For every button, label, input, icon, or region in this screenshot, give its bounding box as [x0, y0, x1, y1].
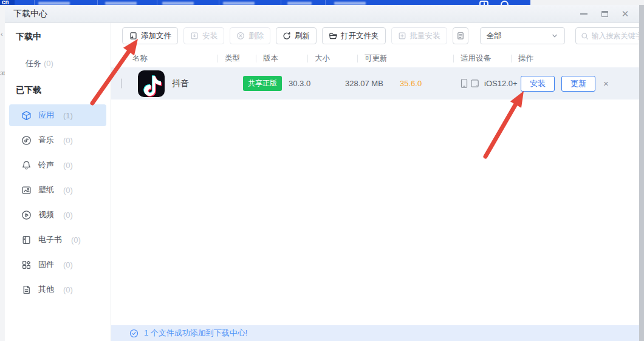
brand-logo: cn: [0, 0, 15, 5]
close-button[interactable]: ✕: [620, 8, 631, 19]
maximize-icon: [601, 11, 608, 17]
table-header: 名称 类型 版本 大小 可更新 适用设备 操作: [111, 49, 639, 67]
wallpaper-icon: [21, 185, 32, 195]
minimize-button[interactable]: [578, 8, 589, 19]
sidebar-item-others[interactable]: 其他(0): [9, 279, 106, 300]
sidebar: 下载中 任务(0) 已下载 应用(1) 音乐(0) 铃声(0): [5, 23, 111, 341]
tablet-icon: [470, 79, 479, 88]
section-title-downloaded: 已下载: [16, 85, 111, 96]
video-play-icon: [21, 210, 32, 220]
search-icon: [581, 32, 589, 40]
column-type: 类型: [225, 53, 263, 64]
folder-icon: [329, 32, 337, 40]
sidebar-item-wallpapers[interactable]: 壁纸(0): [9, 179, 106, 201]
ebook-icon: [21, 235, 32, 245]
row-install-button[interactable]: 安装: [521, 76, 555, 92]
cube-icon: [21, 110, 32, 121]
update-version: 35.6.0: [400, 79, 461, 88]
refresh-circle-icon: [501, 1, 509, 5]
delete-button[interactable]: 删除: [230, 27, 270, 44]
sidebar-item-tasks[interactable]: 任务(0): [26, 58, 111, 69]
add-file-button[interactable]: 添加文件: [122, 27, 178, 44]
add-file-icon: [129, 32, 137, 40]
delete-icon: [236, 32, 245, 40]
toolbar: 添加文件 安装 删除 刷新 打开文件夹: [111, 23, 639, 44]
background-window-top: cn: [0, 0, 644, 5]
column-updatable: 可更新: [365, 53, 461, 64]
open-folder-button[interactable]: 打开文件夹: [322, 27, 386, 44]
close-icon: ✕: [622, 9, 629, 18]
background-window-tabbar: [0, 0, 530, 5]
install-button[interactable]: 安装: [183, 27, 224, 44]
search-box: [575, 27, 640, 44]
minimize-icon: [580, 13, 587, 15]
app-name: 抖音: [172, 78, 189, 89]
sidebar-item-videos[interactable]: 视频(0): [9, 204, 106, 226]
refresh-icon: [283, 32, 291, 40]
firmware-icon: [21, 260, 32, 270]
filter-dropdown[interactable]: 全部: [480, 27, 565, 44]
sidebar-item-ringtones[interactable]: 铃声(0): [9, 154, 106, 176]
column-name: 名称: [132, 53, 225, 64]
sidebar-item-apps[interactable]: 应用(1): [9, 104, 106, 126]
search-input[interactable]: [592, 32, 640, 40]
column-actions: 操作: [518, 53, 639, 64]
background-window-right-edge: [639, 5, 644, 341]
column-devices: 适用设备: [461, 53, 518, 64]
row-checkbox[interactable]: [121, 78, 122, 89]
sidebar-item-music[interactable]: 音乐(0): [9, 129, 106, 151]
window-title: 下载中心: [13, 8, 47, 19]
app-size: 328.07 MB: [345, 79, 400, 88]
background-window-left-edge: ‹ 30: [0, 5, 5, 341]
check-circle-icon: [129, 329, 139, 338]
phone-icon: [461, 78, 468, 89]
table-row[interactable]: 抖音 共享正版 30.3.0 328.07 MB 35.6.0 iOS12.0+…: [111, 67, 639, 100]
bell-icon: [21, 160, 32, 170]
chevron-down-icon: [551, 32, 558, 39]
music-disc-icon: [21, 135, 32, 146]
empty-list-area: [111, 100, 639, 341]
row-remove-icon[interactable]: ×: [603, 78, 609, 89]
sidebar-item-ebooks[interactable]: 电子书(0): [9, 229, 106, 251]
status-bar: 1 个文件成功添加到下载中心!: [111, 325, 639, 341]
file-icon: [21, 285, 32, 295]
list-view-icon: [456, 32, 465, 40]
maximize-button[interactable]: [599, 8, 610, 19]
install-icon: [190, 32, 199, 40]
main-content: 添加文件 安装 删除 刷新 打开文件夹: [111, 23, 639, 341]
status-message: 1 个文件成功添加到下载中心!: [144, 328, 247, 339]
license-badge: 共享正版: [243, 76, 282, 91]
app-version: 30.3.0: [289, 79, 345, 88]
sidebar-item-firmware[interactable]: 固件(0): [9, 254, 106, 275]
batch-install-icon: [398, 32, 406, 40]
download-center-window: 下载中心 ✕ 下载中 任务(0) 已下载 应用(1) 音乐(0): [5, 5, 639, 341]
titlebar: 下载中心 ✕: [5, 5, 639, 23]
download-icon: [479, 1, 488, 5]
device-requirement: iOS12.0+: [484, 79, 518, 88]
tiktok-app-icon: [138, 70, 165, 97]
row-update-button[interactable]: 更新: [561, 76, 595, 92]
filter-value: 全部: [487, 31, 502, 41]
list-view-button[interactable]: [453, 27, 468, 44]
batch-install-button[interactable]: 批量安装: [391, 27, 447, 44]
refresh-button[interactable]: 刷新: [276, 27, 317, 44]
section-title-downloading: 下载中: [16, 32, 111, 42]
